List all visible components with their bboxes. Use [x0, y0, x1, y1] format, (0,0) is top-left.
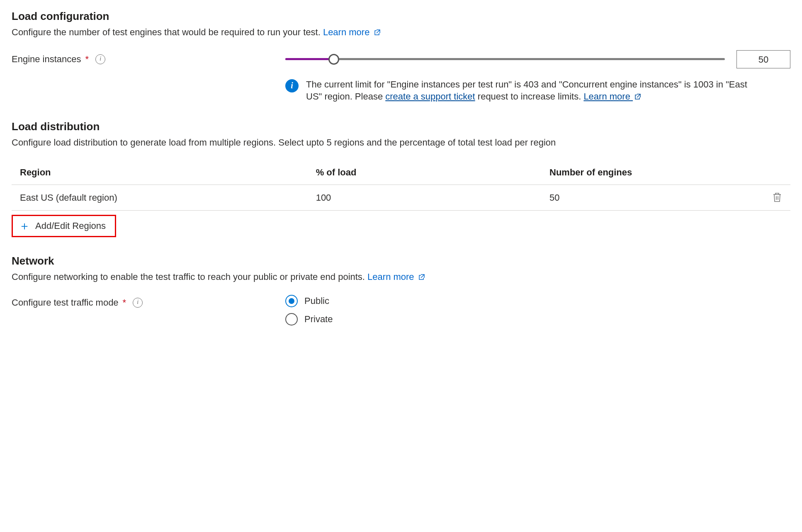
- external-link-icon: [634, 93, 641, 100]
- learn-more-label: Learn more: [323, 27, 370, 37]
- traffic-mode-public-radio[interactable]: Public: [285, 295, 333, 307]
- network-title: Network: [12, 254, 790, 268]
- delete-row-button[interactable]: [759, 185, 790, 211]
- region-distribution-table: Region % of load Number of engines East …: [12, 160, 790, 211]
- slider-thumb[interactable]: [328, 54, 339, 65]
- engine-limit-info-message: i The current limit for "Engine instance…: [285, 78, 758, 103]
- engine-instances-label: Engine instances * i: [12, 53, 285, 66]
- engine-instances-slider-wrap: 50: [285, 50, 790, 68]
- col-header-engines: Number of engines: [541, 160, 759, 185]
- load-configuration-section: Load configuration Configure the number …: [12, 9, 790, 103]
- network-learn-more-link[interactable]: Learn more: [367, 272, 425, 282]
- traffic-mode-private-radio[interactable]: Private: [285, 313, 333, 326]
- network-desc: Configure networking to enable the test …: [12, 271, 737, 283]
- required-asterisk: *: [123, 296, 126, 309]
- engine-instances-slider[interactable]: [285, 54, 725, 65]
- load-config-desc-text: Configure the number of test engines tha…: [12, 27, 323, 37]
- limits-learn-more-link[interactable]: Learn more: [583, 91, 641, 102]
- load-dist-desc: Configure load distribution to generate …: [12, 136, 737, 149]
- add-edit-regions-label: Add/Edit Regions: [35, 221, 106, 231]
- trash-icon: [772, 192, 782, 203]
- load-distribution-section: Load distribution Configure load distrib…: [12, 119, 790, 237]
- required-asterisk: *: [85, 53, 89, 66]
- col-header-delete: [759, 160, 790, 185]
- traffic-mode-row: Configure test traffic mode * i Public P…: [12, 295, 790, 326]
- external-link-icon: [418, 274, 425, 280]
- engine-limit-text: The current limit for "Engine instances …: [306, 78, 758, 103]
- radio-label-private: Private: [304, 313, 333, 326]
- load-dist-title: Load distribution: [12, 119, 790, 134]
- create-support-ticket-link[interactable]: create a support ticket: [385, 91, 475, 102]
- cell-load: 100: [308, 185, 541, 211]
- load-config-desc: Configure the number of test engines tha…: [12, 26, 737, 39]
- load-config-learn-more-link[interactable]: Learn more: [323, 27, 381, 37]
- load-config-title: Load configuration: [12, 9, 790, 24]
- info-icon[interactable]: i: [95, 54, 105, 64]
- engine-instances-value-input[interactable]: 50: [736, 50, 790, 68]
- external-link-icon: [374, 29, 381, 36]
- radio-icon: [285, 295, 298, 307]
- plus-icon: ＋: [19, 220, 30, 232]
- radio-label-public: Public: [304, 295, 329, 307]
- table-row: East US (default region)10050: [12, 185, 790, 211]
- network-section: Network Configure networking to enable t…: [12, 254, 790, 326]
- cell-engines: 50: [541, 185, 759, 211]
- traffic-mode-label: Configure test traffic mode * i: [12, 295, 285, 309]
- engine-instances-row: Engine instances * i 50: [12, 50, 790, 68]
- add-edit-regions-button[interactable]: ＋ Add/Edit Regions: [12, 215, 116, 237]
- col-header-load: % of load: [308, 160, 541, 185]
- radio-icon: [285, 313, 298, 326]
- traffic-mode-radio-group: Public Private: [285, 295, 333, 326]
- cell-region: East US (default region): [12, 185, 308, 211]
- col-header-region: Region: [12, 160, 308, 185]
- info-filled-icon: i: [285, 79, 299, 92]
- info-icon[interactable]: i: [133, 298, 143, 308]
